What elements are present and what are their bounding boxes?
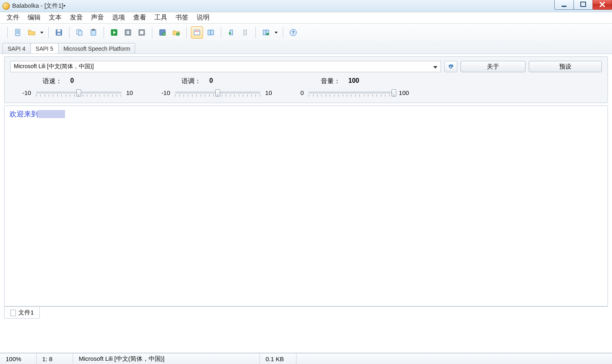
sliders-row: 语速： 0 -10 10 语调： 0 -10	[10, 77, 602, 97]
volume-slider[interactable]	[309, 88, 394, 97]
next-bookmark-button[interactable]	[239, 26, 251, 39]
status-zoom[interactable]: 100%	[0, 353, 37, 364]
save-audio-button[interactable]	[156, 26, 169, 39]
rate-slider[interactable]	[36, 88, 121, 97]
window-title: Balabolka - [文件1]•	[12, 2, 65, 10]
rate-label: 语速：	[43, 77, 62, 86]
volume-value: 100	[348, 77, 359, 86]
menu-help[interactable]: 说明	[192, 12, 214, 23]
paste-button[interactable]	[87, 26, 99, 39]
tab-sapi5[interactable]: SAPI 5	[30, 43, 59, 54]
menu-speech[interactable]: 发音	[66, 12, 87, 23]
svg-point-30	[266, 33, 269, 35]
volume-group: 音量： 100 0 100	[301, 77, 409, 97]
editor-text: 欢迎来到	[9, 110, 39, 118]
save-button[interactable]	[53, 26, 65, 39]
dictionary-button[interactable]	[260, 26, 272, 39]
svg-rect-24	[208, 30, 211, 35]
menu-voice[interactable]: 声音	[87, 12, 108, 23]
about-voice-button[interactable]: 关于	[461, 61, 525, 72]
voice-select[interactable]: Microsoft Lili [中文(简体，中国)]	[10, 61, 441, 72]
status-voice: Microsoft Lili [中文(简体，中国)]	[73, 353, 260, 364]
rate-group: 语速： 0 -10 10	[22, 77, 133, 97]
prev-bookmark-button[interactable]	[225, 26, 238, 39]
app-icon	[2, 2, 10, 10]
preset-button[interactable]: 预设	[529, 61, 602, 72]
copy-button[interactable]	[74, 26, 86, 39]
pitch-label: 语调：	[182, 77, 201, 86]
status-cursor: 1: 8	[37, 353, 73, 364]
document-tab[interactable]: 文件1	[4, 307, 40, 319]
status-spacer	[296, 353, 612, 364]
voice-select-value: Microsoft Lili [中文(简体，中国)]	[14, 63, 94, 70]
volume-max: 100	[399, 89, 409, 96]
editor-selection	[39, 110, 65, 118]
toolbar: ? SAPI 4 SAPI 5 Microsoft Speech Platfor…	[0, 24, 612, 54]
svg-rect-0	[562, 6, 567, 7]
rate-max: 10	[126, 89, 133, 96]
svg-text:?: ?	[292, 30, 295, 35]
open-file-button[interactable]	[26, 26, 38, 39]
rate-value: 0	[70, 77, 74, 86]
volume-min: 0	[301, 89, 304, 96]
svg-rect-25	[211, 30, 214, 35]
new-file-button[interactable]	[12, 26, 24, 39]
menu-tools[interactable]: 工具	[150, 12, 171, 23]
svg-rect-18	[140, 31, 143, 34]
menu-text[interactable]: 文本	[45, 12, 66, 23]
svg-rect-7	[57, 30, 61, 32]
highlight-read-button[interactable]	[191, 26, 203, 39]
svg-rect-8	[57, 33, 61, 35]
menu-view[interactable]: 查看	[129, 12, 150, 23]
title-bar: Balabolka - [文件1]•	[0, 0, 612, 12]
menu-edit[interactable]: 编辑	[24, 12, 45, 23]
close-button[interactable]	[593, 0, 612, 10]
document-tab-label: 文件1	[18, 309, 34, 317]
play-button[interactable]	[108, 26, 120, 39]
volume-label: 音量：	[321, 77, 340, 86]
help-button[interactable]: ?	[287, 26, 299, 39]
svg-rect-23	[195, 31, 199, 32]
menu-bar: 文件 编辑 文本 发音 声音 选项 查看 工具 书签 说明	[0, 12, 612, 24]
svg-rect-1	[581, 2, 586, 6]
pitch-slider[interactable]	[175, 88, 260, 97]
status-bar: 100% 1: 8 Microsoft Lili [中文(简体，中国)] 0.1…	[0, 353, 612, 364]
tab-sapi4[interactable]: SAPI 4	[2, 43, 31, 54]
menu-bookmarks[interactable]: 书签	[171, 12, 192, 23]
tab-ms-speech-platform[interactable]: Microsoft Speech Platform	[58, 43, 135, 54]
menu-file[interactable]: 文件	[2, 12, 24, 23]
svg-rect-10	[78, 31, 82, 35]
svg-rect-12	[92, 29, 95, 30]
menu-options[interactable]: 选项	[108, 12, 129, 23]
pitch-group: 语调： 0 -10 10	[161, 77, 272, 97]
pitch-max: 10	[265, 89, 272, 96]
refresh-voices-button[interactable]	[444, 61, 457, 72]
svg-rect-15	[127, 31, 128, 34]
document-icon	[10, 310, 16, 316]
engine-tabs: SAPI 4 SAPI 5 Microsoft Speech Platform	[0, 41, 612, 54]
pause-button[interactable]	[122, 26, 134, 39]
svg-rect-22	[194, 30, 200, 35]
read-clipboard-button[interactable]	[205, 26, 217, 39]
minimize-button[interactable]	[554, 0, 574, 10]
svg-rect-27	[244, 30, 247, 35]
pitch-value: 0	[209, 77, 213, 86]
maximize-button[interactable]	[573, 0, 593, 10]
voice-panel: Microsoft Lili [中文(简体，中国)] 关于 预设 语速： 0 -…	[4, 56, 608, 103]
svg-rect-16	[128, 31, 130, 34]
svg-rect-14	[125, 29, 131, 36]
svg-rect-28	[263, 30, 266, 35]
stop-button[interactable]	[136, 26, 148, 39]
open-file-dropdown[interactable]	[39, 26, 44, 39]
convert-files-button[interactable]	[170, 26, 182, 39]
window-controls	[555, 0, 612, 10]
dictionary-dropdown[interactable]	[274, 26, 279, 39]
svg-rect-2	[15, 29, 20, 36]
rate-min: -10	[22, 89, 31, 96]
chevron-down-icon	[433, 63, 437, 70]
document-tabs: 文件1	[4, 306, 608, 319]
text-editor[interactable]: 欢迎来到	[4, 106, 608, 306]
pitch-min: -10	[161, 89, 170, 96]
status-size: 0.1 KB	[260, 353, 296, 364]
